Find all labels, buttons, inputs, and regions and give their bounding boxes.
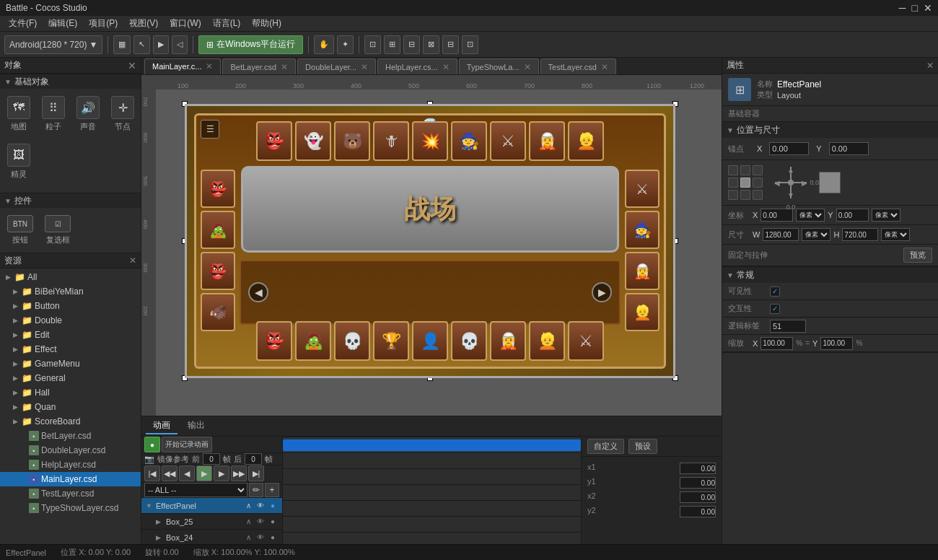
tree-arrow-dbl[interactable]: ▶ — [13, 317, 20, 324]
hero-bot-4[interactable]: 🏆 — [373, 321, 409, 361]
tab-mainlayer[interactable]: MainLayer.c... ✕ — [144, 58, 221, 74]
logic-tag-input[interactable] — [770, 320, 806, 333]
tree-folder-button[interactable]: ▶ 📁 Button — [0, 299, 141, 313]
btn-prev-frame[interactable]: ◀◀ — [162, 465, 177, 481]
scale-x-input[interactable] — [761, 337, 793, 350]
tree-arrow-all[interactable]: ▶ — [6, 274, 13, 281]
anchor-bl[interactable] — [728, 190, 738, 200]
filter-select[interactable]: -- ALL -- — [144, 483, 247, 497]
coord-x-unit[interactable]: 像素 — [796, 209, 825, 222]
btn-prev[interactable]: ◀ — [179, 465, 195, 481]
interactive-checkbox[interactable]: ✓ — [770, 304, 780, 314]
track-expand-icon[interactable]: ∧ — [243, 501, 253, 511]
coord-y-input[interactable] — [836, 209, 869, 222]
controls-header[interactable]: ▼ 控件 — [0, 193, 141, 208]
btn-skip-start[interactable]: |◀ — [144, 465, 160, 481]
tab-betlayer-close[interactable]: ✕ — [281, 62, 288, 72]
tree-file-typeshowlayer[interactable]: ▶ ▪ TypeShowLayer.csd — [0, 501, 141, 515]
scene-menu-btn[interactable]: ☰ — [201, 120, 219, 139]
unknown-btn1[interactable]: ◁ — [172, 35, 188, 54]
align-top-btn[interactable]: ⊠ — [423, 35, 439, 54]
track-box24[interactable]: ▶ Box_24 ∧ 👁 ● — [141, 530, 282, 546]
hero-bot-6[interactable]: 💀 — [451, 321, 487, 361]
anchor-tl[interactable] — [728, 165, 738, 175]
y1-input[interactable] — [680, 477, 716, 489]
scene-arrow-left[interactable]: ◀ — [248, 282, 268, 302]
menu-window[interactable]: 窗口(W) — [164, 16, 206, 31]
menu-view[interactable]: 视图(V) — [123, 16, 164, 31]
platform-selector[interactable]: Android(1280 * 720) ▼ — [4, 35, 102, 54]
tree-arrow-btn[interactable]: ▶ — [13, 302, 20, 310]
btn-next[interactable]: ▶ — [214, 465, 229, 481]
resources-close[interactable]: ✕ — [129, 255, 136, 266]
menu-edit[interactable]: 编辑(E) — [43, 16, 83, 31]
tree-arrow-hall[interactable]: ▶ — [13, 389, 20, 396]
align-bottom-btn[interactable]: ⊡ — [462, 35, 478, 54]
anchor-x-input[interactable] — [769, 142, 809, 155]
play-btn[interactable]: ▶ — [153, 35, 169, 54]
close-btn[interactable]: ✕ — [924, 2, 932, 14]
track-eye-icon[interactable]: 👁 — [255, 501, 266, 511]
menu-project[interactable]: 项目(P) — [83, 16, 123, 31]
anchor-tc[interactable] — [740, 165, 750, 175]
track-effectpanel[interactable]: ▼ EffectPanel ∧ 👁 ● — [141, 498, 282, 514]
track-expand-box25[interactable]: ∧ — [243, 517, 253, 527]
record-anim-btn[interactable]: ● — [144, 437, 160, 452]
menu-language[interactable]: 语言(L) — [207, 16, 247, 31]
tree-arrow-sb[interactable]: ▶ — [13, 418, 20, 425]
color-swatch[interactable] — [819, 172, 841, 193]
checkbox-control[interactable]: ☑ 复选框 — [42, 212, 74, 248]
hero-bot-7[interactable]: 🧝 — [490, 321, 526, 361]
x1-input[interactable] — [680, 463, 716, 474]
tab-helplayer[interactable]: HelpLayer.cs... ✕ — [377, 58, 457, 74]
object-panel-close[interactable]: ✕ — [128, 60, 136, 71]
scale-y-input[interactable] — [820, 337, 853, 350]
tree-folder-double[interactable]: ▶ 📁 Double — [0, 313, 141, 328]
anchor-y-input[interactable] — [829, 142, 869, 155]
hero-bot-9[interactable]: ⚔ — [568, 321, 604, 361]
align-mid-btn[interactable]: ⊟ — [442, 35, 459, 54]
hero-bot-1[interactable]: 👺 — [256, 321, 292, 361]
tree-arrow-bib[interactable]: ▶ — [13, 288, 20, 295]
hand-tool-btn[interactable]: ✋ — [314, 35, 334, 54]
tree-folder-quan[interactable]: ▶ 📁 Quan — [0, 400, 141, 414]
map-object[interactable]: 🗺 地图 — [4, 93, 33, 135]
track-lock-box25[interactable]: ● — [268, 517, 278, 527]
tab-typeshowlayer-close[interactable]: ✕ — [524, 62, 531, 72]
hero-bot-5[interactable]: 👤 — [412, 321, 448, 361]
particle-object[interactable]: ⠿ 粒子 — [39, 93, 68, 135]
button-control[interactable]: BTN 按钮 — [4, 212, 36, 248]
tab-betlayer[interactable]: BetLayer.csd ✕ — [222, 58, 296, 74]
run-on-windows-btn[interactable]: ⊞ 在Windows平台运行 — [198, 35, 303, 54]
align-left-btn[interactable]: ⊡ — [364, 35, 381, 54]
anchor-br[interactable] — [753, 190, 763, 200]
tree-folder-edit[interactable]: ▶ 📁 Edit — [0, 328, 141, 342]
btn-play[interactable]: ▶ — [196, 465, 212, 481]
properties-close[interactable]: ✕ — [926, 61, 934, 71]
track-lock-icon[interactable]: ● — [268, 501, 278, 511]
tree-arrow-edit[interactable]: ▶ — [13, 331, 20, 338]
anchor-bc[interactable] — [740, 190, 750, 200]
tree-folder-scoreboard[interactable]: ▶ 📁 ScoreBoard — [0, 414, 141, 429]
btn-skip-end[interactable]: ▶| — [248, 465, 264, 481]
hero-card-4[interactable]: 🗡 — [373, 121, 409, 161]
hero-card-9[interactable]: 👱 — [568, 121, 604, 161]
hero-card-7[interactable]: ⚔ — [490, 121, 526, 161]
tree-folder-gamemenu[interactable]: ▶ 📁 GameMenu — [0, 356, 141, 371]
btn-next-frame[interactable]: ▶▶ — [231, 465, 247, 481]
before-input[interactable] — [203, 453, 220, 465]
align-right-btn[interactable]: ⊟ — [403, 35, 420, 54]
tree-file-betlayer[interactable]: ▶ ▪ BetLayer.csd — [0, 429, 141, 443]
sound-object[interactable]: 🔊 声音 — [74, 93, 102, 135]
tab-doublelayer-close[interactable]: ✕ — [361, 62, 368, 72]
tree-folder-hall[interactable]: ▶ 📁 Hall — [0, 385, 141, 400]
x2-input[interactable] — [680, 491, 716, 503]
node-object[interactable]: ✛ 节点 — [108, 93, 137, 135]
pos-size-header[interactable]: ▼ 位置与尺寸 — [722, 122, 938, 138]
hero-bot-3[interactable]: 💀 — [334, 321, 370, 361]
maximize-btn[interactable]: □ — [912, 2, 918, 14]
tab-doublelayer[interactable]: DoubleLayer... ✕ — [297, 58, 376, 74]
hero-card-8[interactable]: 🧝 — [529, 121, 565, 161]
tab-typeshowlayer[interactable]: TypeShowLa... ✕ — [459, 58, 539, 74]
hero-left-2[interactable]: 🧟 — [201, 211, 235, 249]
